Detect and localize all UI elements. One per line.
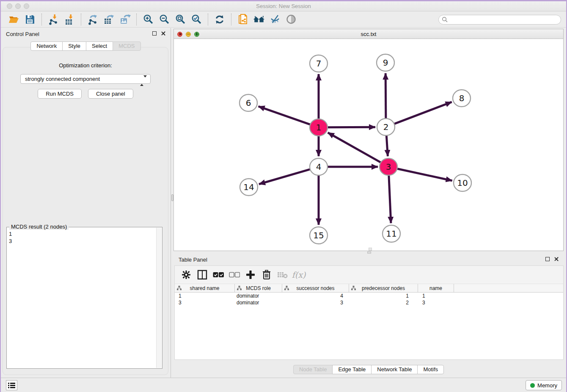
- graph-edge-2-3[interactable]: [386, 136, 388, 156]
- table-row[interactable]: 3dominator323: [175, 299, 563, 306]
- function-builder-icon: f(x): [292, 270, 306, 279]
- vertical-splitter[interactable]: [171, 28, 173, 378]
- table-cell: 3: [175, 299, 235, 306]
- optimization-select[interactable]: strongly connected component: [20, 74, 151, 84]
- save-session-button[interactable]: [24, 14, 36, 25]
- graph-edge-3-10[interactable]: [397, 168, 452, 180]
- float-panel-icon[interactable]: [152, 31, 157, 36]
- table-panel-header: Table Panel: [173, 254, 564, 265]
- show-graphics-button[interactable]: [285, 14, 297, 25]
- control-panel-title: Control Panel: [6, 31, 39, 37]
- result-scrollbar[interactable]: [156, 228, 162, 368]
- home-button[interactable]: [253, 14, 265, 25]
- gear-icon: [182, 270, 191, 279]
- graph-node-15[interactable]: 15: [310, 227, 328, 244]
- tab-select[interactable]: Select: [86, 41, 113, 51]
- new-network-button[interactable]: [237, 14, 249, 25]
- column-header-name[interactable]: name: [418, 284, 454, 292]
- close-panel-button[interactable]: Close panel: [88, 89, 133, 99]
- graph-node-2[interactable]: 2: [377, 119, 395, 135]
- optimization-label: Optimization criterion:: [3, 62, 168, 69]
- graph-edge-2-8[interactable]: [394, 102, 452, 124]
- graph-edge-3-11[interactable]: [389, 176, 391, 223]
- float-panel-icon[interactable]: [545, 257, 550, 261]
- delete-table-button[interactable]: [277, 269, 288, 280]
- table-cell: 3: [282, 299, 349, 306]
- tab-style[interactable]: Style: [62, 41, 86, 51]
- add-column-button[interactable]: [245, 269, 256, 280]
- select-all-button[interactable]: [213, 269, 224, 280]
- column-header-predecessor-nodes[interactable]: predecessor nodes: [349, 284, 418, 292]
- zoom-selected-button[interactable]: [190, 14, 202, 25]
- close-panel-icon[interactable]: [161, 31, 165, 36]
- save-session-icon: [25, 14, 35, 25]
- graph-node-7[interactable]: 7: [310, 55, 328, 72]
- import-table-button[interactable]: [63, 14, 75, 25]
- graph-node-11[interactable]: 11: [383, 225, 400, 242]
- tab-mcds[interactable]: MCDS: [113, 41, 140, 51]
- tab-network[interactable]: Network: [30, 41, 63, 51]
- table-row[interactable]: 1dominator411: [175, 293, 563, 299]
- list-icon: [8, 382, 15, 389]
- select-all-icon: [213, 272, 224, 278]
- graph-edge-1-6[interactable]: [259, 106, 311, 124]
- result-line: 1: [9, 230, 154, 237]
- zoom-in-icon: [143, 14, 154, 25]
- export-network-button[interactable]: [87, 14, 99, 25]
- tab-node-table[interactable]: Node Table: [293, 365, 333, 374]
- export-network-icon: [87, 14, 99, 25]
- open-session-button[interactable]: [8, 14, 20, 25]
- graph-edge-4-14[interactable]: [259, 169, 310, 184]
- open-session-icon: [8, 14, 19, 25]
- memory-status-icon: [530, 383, 535, 388]
- zoom-in-button[interactable]: [142, 14, 154, 25]
- show-graphics-icon: [285, 14, 297, 25]
- zoom-fit-button[interactable]: [174, 14, 186, 25]
- memory-button[interactable]: Memory: [526, 380, 562, 390]
- network-frame-titlebar: scc.txt: [174, 29, 563, 39]
- svg-text:7: 7: [316, 58, 322, 69]
- graph-node-8[interactable]: 8: [453, 90, 471, 107]
- table-header-row: shared nameMCDS rolesuccessor nodesprede…: [175, 284, 563, 293]
- tab-motifs[interactable]: Motifs: [417, 365, 444, 374]
- trash-icon: [262, 270, 271, 280]
- app-window: Session: New Session: [0, 0, 567, 392]
- canvas-resize-grip[interactable]: [369, 248, 372, 251]
- graph-node-1[interactable]: 1: [310, 119, 328, 136]
- delete-column-button[interactable]: [261, 269, 272, 280]
- tab-edge-table[interactable]: Edge Table: [332, 365, 372, 374]
- search-input[interactable]: [438, 15, 561, 25]
- show-columns-button[interactable]: [197, 269, 208, 280]
- graph-node-14[interactable]: 14: [240, 179, 258, 196]
- zoom-selected-icon: [191, 14, 202, 25]
- graph-edge-3-1[interactable]: [328, 133, 381, 162]
- refresh-button[interactable]: [214, 14, 226, 25]
- graph-node-9[interactable]: 9: [377, 54, 394, 71]
- function-builder-button[interactable]: f(x): [293, 269, 304, 280]
- close-panel-icon[interactable]: [554, 257, 559, 261]
- run-mcds-button[interactable]: Run MCDS: [38, 89, 82, 99]
- column-header-shared-name[interactable]: shared name: [175, 284, 235, 292]
- hide-graphics-button[interactable]: [269, 14, 281, 25]
- node-table-card: f(x) shared nameMCDS rolesuccessor nodes…: [174, 265, 564, 360]
- export-table-button[interactable]: [103, 14, 115, 25]
- deselect-all-button[interactable]: [229, 269, 240, 280]
- graph-node-10[interactable]: 10: [454, 174, 471, 191]
- mcds-result-box: MCDS result (2 nodes) 13: [6, 227, 162, 369]
- export-image-button[interactable]: [119, 14, 131, 25]
- column-header-MCDS-role[interactable]: MCDS role: [235, 284, 282, 292]
- graph-node-3[interactable]: 3: [380, 158, 397, 175]
- table-options-button[interactable]: [181, 269, 192, 280]
- graph-node-4[interactable]: 4: [310, 158, 328, 175]
- graph-edge-2-9[interactable]: [385, 73, 386, 118]
- table-cell: 2: [349, 299, 418, 306]
- zoom-out-button[interactable]: [158, 14, 170, 25]
- graph-edge-1-2[interactable]: [328, 127, 375, 127]
- import-network-button[interactable]: [47, 14, 59, 25]
- column-header-successor-nodes[interactable]: successor nodes: [282, 284, 349, 292]
- show-panels-button[interactable]: [6, 380, 17, 390]
- network-canvas[interactable]: 7968124314101511: [174, 39, 563, 251]
- graph-node-6[interactable]: 6: [239, 94, 257, 111]
- tab-network-table[interactable]: Network Table: [371, 365, 418, 374]
- network-view-frame: scc.txt 7968124314101511: [173, 29, 564, 251]
